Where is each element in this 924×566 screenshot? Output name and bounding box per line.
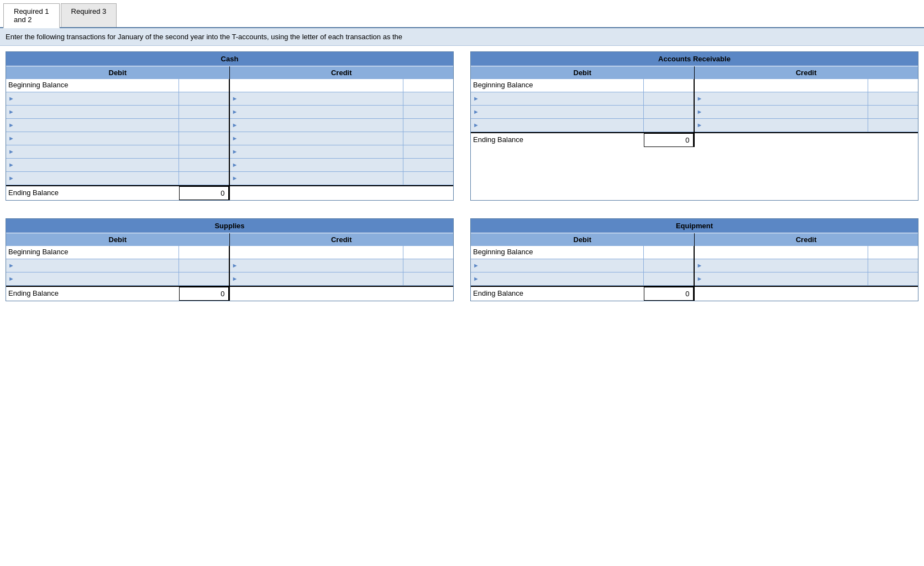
equipment-account: Equipment Debit Credit Beginning Balance… — [470, 218, 918, 301]
table-row — [230, 79, 454, 92]
row-label[interactable]: ► — [230, 92, 404, 105]
supplies-ending-amount[interactable]: 0 — [179, 287, 229, 301]
row-amount[interactable] — [179, 259, 229, 272]
equipment-ending-amount[interactable]: 0 — [644, 287, 694, 301]
row-label[interactable]: ► — [695, 92, 869, 105]
row-amount[interactable] — [644, 119, 694, 132]
ar-credit-ending-amount[interactable] — [868, 133, 918, 146]
supplies-account: Supplies Debit Credit Beginning Balance … — [6, 218, 454, 301]
table-row: ► — [471, 106, 694, 119]
row-label[interactable]: ► — [230, 132, 404, 145]
supplies-beginning-amount[interactable] — [179, 246, 229, 259]
row-label[interactable]: ► — [695, 119, 869, 132]
cash-credit-ending-row — [230, 185, 454, 200]
row-label[interactable]: ► — [6, 132, 179, 145]
row-amount[interactable] — [179, 159, 229, 171]
row-label[interactable]: ► — [471, 272, 644, 285]
ar-ending-amount[interactable]: 0 — [644, 133, 694, 147]
row-label[interactable]: ► — [6, 119, 179, 132]
row-amount[interactable] — [403, 272, 453, 285]
equipment-debit-header: Debit — [471, 233, 695, 246]
row-label[interactable]: ► — [695, 272, 869, 285]
tab-required-1-2[interactable]: Required 1and 2 — [3, 3, 60, 28]
row-amount[interactable] — [403, 172, 453, 185]
row-amount[interactable] — [868, 119, 918, 132]
row-amount[interactable] — [868, 272, 918, 285]
row-amount[interactable] — [644, 259, 694, 272]
row-amount[interactable] — [868, 259, 918, 272]
row-label[interactable]: ► — [230, 272, 404, 285]
table-row: ► — [695, 259, 918, 272]
row-label[interactable]: ► — [6, 272, 179, 285]
table-row: Beginning Balance — [471, 246, 694, 259]
supplies-credit-side: ► ► — [230, 246, 454, 301]
row-amount[interactable] — [403, 145, 453, 158]
row-amount[interactable] — [403, 79, 453, 92]
row-amount[interactable] — [179, 132, 229, 145]
tab-required-3[interactable]: Required 3 — [61, 3, 117, 27]
row-amount[interactable] — [868, 79, 918, 92]
equipment-debit-side: Beginning Balance ► ► Ending Balance 0 — [471, 246, 695, 301]
ar-credit-ending-row — [695, 132, 918, 146]
row-label[interactable]: ► — [6, 259, 179, 272]
row-label[interactable]: ► — [230, 159, 404, 171]
table-row: ► — [230, 132, 454, 145]
row-amount[interactable] — [868, 246, 918, 259]
row-label[interactable]: ► — [6, 145, 179, 158]
row-amount[interactable] — [644, 272, 694, 285]
row-amount[interactable] — [179, 119, 229, 132]
tabs-bar: Required 1and 2 Required 3 — [0, 0, 924, 28]
supplies-credit-ending-amount[interactable] — [403, 287, 453, 300]
ar-ending-label: Ending Balance — [471, 133, 644, 147]
row-label[interactable] — [695, 79, 869, 92]
row-label[interactable]: ► — [695, 259, 869, 272]
row-label[interactable]: ► — [230, 172, 404, 185]
row-amount[interactable] — [179, 272, 229, 285]
row-amount[interactable] — [644, 92, 694, 105]
supplies-credit-ending-label — [230, 287, 404, 300]
row-label[interactable] — [695, 246, 869, 259]
row-amount[interactable] — [644, 106, 694, 118]
table-row: ► — [695, 272, 918, 286]
equipment-title: Equipment — [471, 219, 918, 233]
row-amount[interactable] — [868, 106, 918, 118]
row-label[interactable]: ► — [230, 259, 404, 272]
row-amount[interactable] — [179, 172, 229, 185]
equipment-ending-label: Ending Balance — [471, 287, 644, 301]
row-amount[interactable] — [403, 132, 453, 145]
row-label[interactable]: ► — [230, 119, 404, 132]
row-label[interactable]: ► — [695, 106, 869, 118]
row-label[interactable]: ► — [6, 92, 179, 105]
row-label[interactable]: ► — [6, 159, 179, 171]
row-label[interactable]: ► — [471, 259, 644, 272]
row-label[interactable]: ► — [230, 106, 404, 118]
row-amount[interactable] — [403, 246, 453, 259]
row-label[interactable]: ► — [230, 145, 404, 158]
row-label[interactable] — [230, 79, 404, 92]
row-amount[interactable] — [179, 145, 229, 158]
ar-beginning-amount[interactable] — [644, 79, 694, 92]
row-label[interactable]: ► — [471, 119, 644, 132]
row-amount[interactable] — [868, 92, 918, 105]
instruction-text: Enter the following transactions for Jan… — [0, 28, 924, 46]
equipment-credit-ending-amount[interactable] — [868, 287, 918, 300]
beginning-balance-amount[interactable] — [179, 79, 229, 92]
row-amount[interactable] — [179, 106, 229, 118]
row-label[interactable] — [230, 246, 404, 259]
table-row: ► — [471, 272, 694, 286]
cash-headers: Debit Credit — [6, 66, 453, 79]
table-row: Beginning Balance — [6, 246, 229, 259]
row-amount[interactable] — [403, 119, 453, 132]
row-label[interactable]: ► — [6, 172, 179, 185]
row-label[interactable]: ► — [471, 106, 644, 118]
cash-ending-amount[interactable]: 0 — [179, 186, 229, 200]
row-amount[interactable] — [403, 92, 453, 105]
equipment-beginning-amount[interactable] — [644, 246, 694, 259]
row-amount[interactable] — [179, 92, 229, 105]
row-label[interactable]: ► — [6, 106, 179, 118]
row-amount[interactable] — [403, 106, 453, 118]
row-amount[interactable] — [403, 159, 453, 171]
credit-ending-amount[interactable] — [403, 186, 453, 200]
row-label[interactable]: ► — [471, 92, 644, 105]
row-amount[interactable] — [403, 259, 453, 272]
